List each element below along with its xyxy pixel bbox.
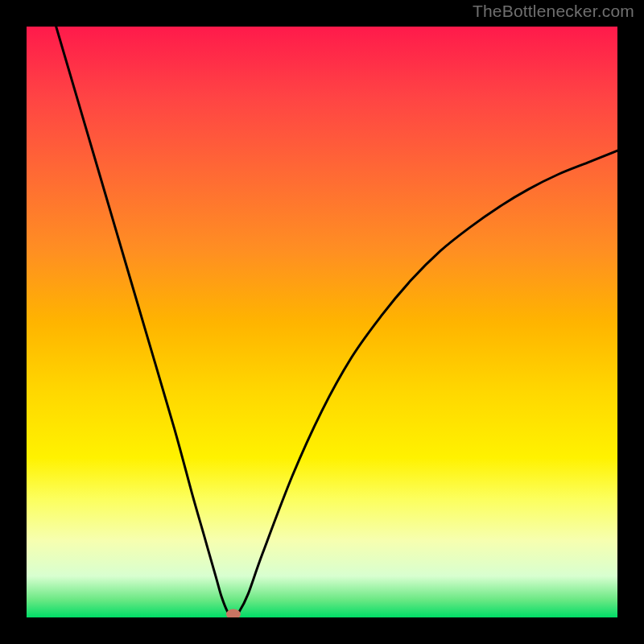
- chart-frame: TheBottlenecker.com: [0, 0, 644, 644]
- watermark-text: TheBottlenecker.com: [473, 2, 634, 21]
- optimal-point-marker: [226, 609, 241, 618]
- plot-area: [27, 27, 617, 617]
- curve-svg: [27, 27, 617, 617]
- bottleneck-curve: [56, 27, 617, 617]
